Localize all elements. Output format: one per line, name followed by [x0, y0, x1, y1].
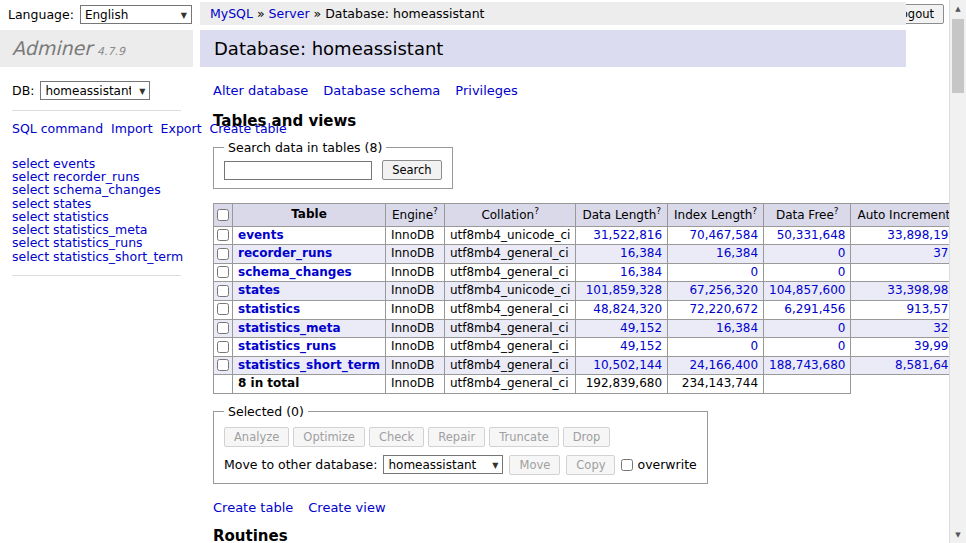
sidebar-table-link[interactable]: select schema_changes: [12, 183, 181, 196]
search-button[interactable]: Search: [382, 160, 442, 180]
help-icon[interactable]: ?: [656, 206, 661, 216]
index-length-link[interactable]: 72,220,672: [689, 302, 758, 316]
link-alter-database[interactable]: Alter database: [213, 83, 308, 98]
table-name-link[interactable]: schema_changes: [238, 265, 352, 279]
scrollbar-thumb[interactable]: [952, 19, 964, 93]
total-index-length-cell: 234,143,744: [668, 375, 764, 394]
data-length-link[interactable]: 16,384: [620, 265, 662, 279]
drop-button[interactable]: Drop: [563, 427, 611, 447]
sidebar-table-link[interactable]: select states: [12, 197, 181, 210]
copy-button[interactable]: Copy: [566, 455, 615, 475]
menu-link-import[interactable]: Import: [111, 121, 153, 136]
help-icon[interactable]: ?: [534, 206, 539, 216]
move-button[interactable]: Move: [509, 455, 560, 475]
data-free-cell: 0: [764, 245, 851, 264]
move-db-select[interactable]: homeassistant: [383, 455, 503, 474]
row-checkbox[interactable]: [217, 322, 229, 334]
table-row: statesInnoDButf8mb4_unicode_ci101,859,32…: [214, 282, 966, 301]
link-create-table[interactable]: Create table: [213, 500, 293, 515]
data-free-link[interactable]: 0: [838, 246, 846, 260]
engine-cell: InnoDB: [385, 245, 444, 264]
row-checkbox[interactable]: [217, 341, 229, 353]
overwrite-label: overwrite: [637, 457, 696, 472]
data-free-link[interactable]: 104,857,600: [769, 283, 845, 297]
data-length-link[interactable]: 10,502,144: [593, 358, 662, 372]
link-database-schema[interactable]: Database schema: [323, 83, 440, 98]
row-checkbox[interactable]: [217, 303, 229, 315]
overwrite-checkbox[interactable]: [621, 459, 633, 471]
sidebar-table-link[interactable]: select recorder_runs: [12, 170, 181, 183]
row-checkbox[interactable]: [217, 285, 229, 297]
repair-button[interactable]: Repair: [428, 427, 485, 447]
menu-link-sql-command[interactable]: SQL command: [12, 121, 103, 136]
index-length-link[interactable]: 70,467,584: [689, 228, 758, 242]
breadcrumb-link[interactable]: MySQL: [210, 6, 253, 21]
help-icon[interactable]: ?: [752, 206, 757, 216]
checkbox-cell: [214, 319, 233, 338]
auto-increment-link[interactable]: 8,581,645: [895, 358, 956, 372]
routines-heading: Routines: [213, 527, 906, 543]
sidebar-table-link[interactable]: select events: [12, 157, 181, 170]
table-name-link[interactable]: recorder_runs: [238, 246, 332, 260]
auto-increment-link[interactable]: 33,398,984: [887, 283, 956, 297]
db-select[interactable]: homeassistant: [40, 81, 150, 100]
index-length-link[interactable]: 67,256,320: [689, 283, 758, 297]
data-length-link[interactable]: 101,859,328: [586, 283, 662, 297]
optimize-button[interactable]: Optimize: [293, 427, 365, 447]
sidebar-table-link[interactable]: select statistics_runs: [12, 236, 181, 249]
link-privileges[interactable]: Privileges: [455, 83, 518, 98]
collation-cell: utf8mb4_general_ci: [444, 245, 576, 264]
table-name-link[interactable]: states: [238, 283, 280, 297]
index-length-cell: 0: [668, 338, 764, 357]
data-length-cell: 49,152: [576, 338, 668, 357]
scroll-down-icon[interactable]: ▼: [950, 526, 966, 543]
data-free-link[interactable]: 6,291,456: [784, 302, 845, 316]
column-header-index-length: Index Length?: [668, 204, 764, 227]
help-icon[interactable]: ?: [433, 206, 438, 216]
check-button[interactable]: Check: [369, 427, 424, 447]
data-length-link[interactable]: 49,152: [620, 321, 662, 335]
index-length-link[interactable]: 16,384: [716, 246, 758, 260]
row-checkbox[interactable]: [217, 229, 229, 241]
index-length-link[interactable]: 0: [750, 339, 758, 353]
data-free-link[interactable]: 0: [838, 265, 846, 279]
table-name-link[interactable]: statistics: [238, 302, 300, 316]
data-free-link[interactable]: 50,331,648: [777, 228, 846, 242]
index-length-link[interactable]: 0: [750, 265, 758, 279]
row-checkbox[interactable]: [217, 248, 229, 260]
breadcrumb-link[interactable]: Server: [269, 6, 310, 21]
data-free-link[interactable]: 0: [838, 321, 846, 335]
table-name-link[interactable]: statistics_short_term: [238, 358, 380, 372]
row-checkbox[interactable]: [217, 266, 229, 278]
row-checkbox[interactable]: [217, 359, 229, 371]
scrollbar[interactable]: ▲ ▼: [949, 0, 966, 543]
search-input[interactable]: [224, 161, 372, 180]
select-all-checkbox[interactable]: [217, 209, 229, 221]
data-length-link[interactable]: 16,384: [620, 246, 662, 260]
sidebar-table-link[interactable]: select statistics_meta: [12, 223, 181, 236]
page-body: Alter databaseDatabase schemaPrivileges …: [200, 83, 906, 543]
table-name-link[interactable]: statistics_runs: [238, 339, 336, 353]
sidebar-table-link[interactable]: select statistics_short_term: [12, 250, 181, 263]
index-length-link[interactable]: 16,384: [716, 321, 758, 335]
auto-increment-link[interactable]: 33,898,196: [887, 228, 956, 242]
table-name-link[interactable]: events: [238, 228, 284, 242]
index-length-cell: 16,384: [668, 319, 764, 338]
scroll-up-icon[interactable]: ▲: [950, 0, 966, 17]
data-length-link[interactable]: 48,824,320: [593, 302, 662, 316]
truncate-button[interactable]: Truncate: [489, 427, 559, 447]
data-free-link[interactable]: 188,743,680: [769, 358, 845, 372]
collation-cell: utf8mb4_general_ci: [444, 263, 576, 282]
language-select[interactable]: English: [80, 5, 192, 24]
data-length-link[interactable]: 49,152: [620, 339, 662, 353]
help-icon[interactable]: ?: [834, 206, 839, 216]
data-free-link[interactable]: 0: [838, 339, 846, 353]
analyze-button[interactable]: Analyze: [224, 427, 289, 447]
table-name-link[interactable]: statistics_meta: [238, 321, 341, 335]
link-create-view[interactable]: Create view: [308, 500, 385, 515]
sidebar-table-link[interactable]: select statistics: [12, 210, 181, 223]
index-length-link[interactable]: 24,166,400: [689, 358, 758, 372]
sidebar-action-links: SQL commandImportExportCreate table: [12, 111, 172, 145]
menu-link-export[interactable]: Export: [161, 121, 202, 136]
data-length-link[interactable]: 31,522,816: [593, 228, 662, 242]
